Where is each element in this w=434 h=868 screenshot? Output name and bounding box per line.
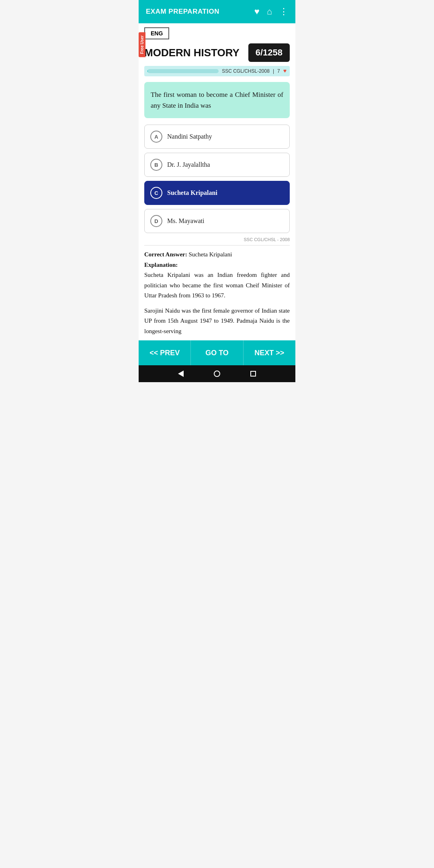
option-c-text: Sucheta Kripalani <box>167 189 217 197</box>
explanation-label: Explanation: <box>144 260 290 270</box>
more-icon[interactable]: ⋮ <box>279 6 288 17</box>
goto-button[interactable]: GO TO <box>191 340 243 365</box>
top-bar-icons: ♥ ⌂ ⋮ <box>254 6 288 17</box>
progress-source: SSC CGL/CHSL-2008 <box>222 68 270 74</box>
progress-container: SSC CGL/CHSL-2008 | 7 ♥ <box>144 66 290 76</box>
correct-answer-line: Correct Answer: Sucheta Kripalani <box>144 250 290 260</box>
option-b-letter: B <box>150 159 162 171</box>
bottom-nav: << PREV GO TO NEXT >> <box>139 340 295 365</box>
prev-button[interactable]: << PREV <box>139 340 191 365</box>
option-a[interactable]: A Nandini Satpathy <box>144 125 290 149</box>
explanation-heading: Explanation: <box>144 262 178 268</box>
option-d-letter: D <box>150 215 162 227</box>
correct-answer-value: Sucheta Kripalani <box>189 251 232 258</box>
explanation-text: Sucheta Kripalani was an Indian freedom … <box>144 270 290 301</box>
next-button[interactable]: NEXT >> <box>244 340 295 365</box>
divider <box>144 245 290 246</box>
android-recents-icon[interactable] <box>250 371 256 377</box>
option-c[interactable]: C Sucheta Kripalani <box>144 181 290 205</box>
home-icon[interactable]: ⌂ <box>267 6 272 17</box>
content-area: ENG MODERN HISTORY 6/1258 SSC CGL/CHSL-2… <box>139 23 295 340</box>
progress-heart-icon: ♥ <box>283 68 287 74</box>
subject-title: MODERN HISTORY <box>144 47 240 59</box>
free-user-label: Free User <box>139 32 145 57</box>
android-nav-bar <box>139 365 295 382</box>
header-row: MODERN HISTORY 6/1258 <box>144 43 290 62</box>
answer-section: Correct Answer: Sucheta Kripalani Explan… <box>144 250 290 340</box>
progress-separator: | <box>273 68 274 74</box>
top-bar: EXAM PREPARATION ♥ ⌂ ⋮ <box>139 0 295 23</box>
option-d-text: Ms. Mayawati <box>167 217 204 225</box>
question-text: The first woman to become a Chief Minist… <box>151 89 283 111</box>
progress-bar-outer <box>147 69 219 73</box>
option-a-text: Nandini Satpathy <box>167 133 212 140</box>
language-selector[interactable]: ENG <box>144 27 169 39</box>
android-home-icon[interactable] <box>214 371 220 377</box>
explanation-text2: Sarojini Naidu was the first female gove… <box>144 306 290 337</box>
progress-likes: 7 <box>277 68 280 74</box>
app-title: EXAM PREPARATION <box>146 8 219 16</box>
question-counter: 6/1258 <box>248 43 290 62</box>
android-back-icon[interactable] <box>178 371 184 377</box>
progress-bar-inner <box>147 69 148 73</box>
option-a-letter: A <box>150 131 162 143</box>
source-bottom-label: SSC CGL/CHSL - 2008 <box>144 237 290 242</box>
question-box: The first woman to become a Chief Minist… <box>144 82 290 118</box>
heart-icon[interactable]: ♥ <box>254 6 260 17</box>
option-d[interactable]: D Ms. Mayawati <box>144 209 290 233</box>
correct-answer-label: Correct Answer: <box>144 251 189 258</box>
option-b[interactable]: B Dr. J. Jayalalltha <box>144 153 290 177</box>
option-b-text: Dr. J. Jayalalltha <box>167 161 210 168</box>
option-c-letter: C <box>150 187 162 199</box>
